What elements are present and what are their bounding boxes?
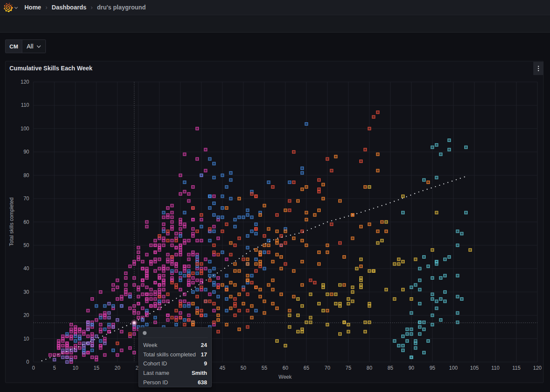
svg-text:120: 120 xyxy=(21,79,29,85)
svg-text:20: 20 xyxy=(114,365,120,371)
svg-text:0: 0 xyxy=(32,365,35,371)
svg-text:10: 10 xyxy=(72,365,78,371)
svg-text:75: 75 xyxy=(346,365,352,371)
svg-text:40: 40 xyxy=(24,265,30,271)
svg-text:100: 100 xyxy=(21,126,29,132)
svg-text:30: 30 xyxy=(24,289,30,295)
svg-text:20: 20 xyxy=(24,312,30,318)
svg-text:0: 0 xyxy=(26,359,29,365)
svg-text:70: 70 xyxy=(24,196,30,202)
svg-text:105: 105 xyxy=(470,365,479,371)
svg-text:60: 60 xyxy=(24,219,30,225)
svg-text:85: 85 xyxy=(388,365,394,371)
svg-text:50: 50 xyxy=(240,365,246,371)
svg-text:120: 120 xyxy=(533,365,541,371)
svg-text:Total skills completed: Total skills completed xyxy=(9,197,15,246)
svg-text:45: 45 xyxy=(219,365,225,371)
svg-text:50: 50 xyxy=(24,242,30,248)
svg-text:110: 110 xyxy=(491,365,499,371)
svg-text:95: 95 xyxy=(430,365,436,371)
svg-text:60: 60 xyxy=(283,365,289,371)
svg-text:90: 90 xyxy=(409,365,415,371)
svg-text:80: 80 xyxy=(24,172,30,178)
svg-text:110: 110 xyxy=(21,102,29,108)
svg-text:10: 10 xyxy=(24,336,30,342)
svg-text:115: 115 xyxy=(512,365,520,371)
svg-text:90: 90 xyxy=(24,149,30,155)
svg-text:65: 65 xyxy=(304,365,310,371)
svg-text:5: 5 xyxy=(53,365,56,371)
svg-text:Week: Week xyxy=(279,374,292,380)
svg-text:80: 80 xyxy=(367,365,373,371)
svg-text:55: 55 xyxy=(261,365,267,371)
svg-text:100: 100 xyxy=(449,365,458,371)
svg-text:70: 70 xyxy=(325,365,331,371)
svg-text:15: 15 xyxy=(93,365,99,371)
